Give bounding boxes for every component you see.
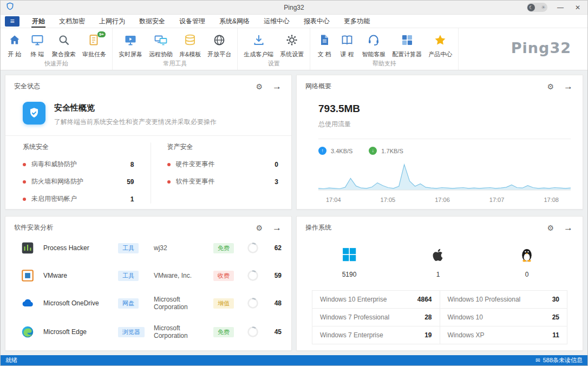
os-version-table: Windows 10 Enterprise 4864 Windows 10 Pr… (312, 290, 567, 344)
minimize-button[interactable]: — (556, 4, 565, 11)
gear-icon[interactable]: ⚙ (256, 83, 263, 90)
system-settings-icon (285, 33, 299, 47)
tabs: 开始 文档加密 上网行为 数据安全 设备管理 系统&网络 运维中心 报表中心 更… (25, 15, 377, 28)
ribbon-group-label: 帮助支持 (310, 58, 458, 70)
x-tick: 17:04 (326, 197, 341, 203)
gear-icon[interactable]: ⚙ (547, 224, 554, 232)
install-count: 48 (267, 299, 283, 307)
arrow-right-icon[interactable]: → (272, 223, 282, 232)
tab-doc-encryption[interactable]: 文档加密 (52, 15, 92, 28)
gear-icon[interactable]: ⚙ (256, 224, 263, 232)
card-title: 安全状态 (14, 82, 40, 91)
titlebar: Ping32 ☾ ☀ — ✕ (1, 1, 587, 15)
tab-ops-center[interactable]: 运维中心 (257, 15, 297, 28)
ribbon-item-start[interactable]: 开 始 (3, 31, 26, 58)
software-row[interactable]: VMware 工具 VMware, Inc. 收费 59 (14, 269, 283, 283)
gear-icon[interactable]: ⚙ (547, 83, 554, 90)
ribbon-item-open-platform[interactable]: 开放平台 (204, 31, 234, 58)
table-cell[interactable]: Windows XP 11 (440, 326, 567, 344)
ribbon-group-label: 设置 (238, 58, 310, 70)
software-vendor: Microsoft Corporation (154, 324, 213, 339)
close-button[interactable]: ✕ (573, 4, 582, 11)
ribbon-item-generate-client[interactable]: 生成客户端 (240, 31, 277, 58)
tab-device-management[interactable]: 设备管理 (172, 15, 212, 28)
item-value: 8 (130, 161, 134, 168)
tab-more-features[interactable]: 更多功能 (337, 15, 377, 28)
card-software-analysis: 软件安装分析 ⚙ → Process Hacker 工具 wj32 免 (5, 216, 292, 351)
ribbon-item-aggregate-search[interactable]: 聚合搜索 (49, 31, 79, 58)
file-menu-button[interactable]: ≡ (5, 16, 19, 27)
tab-start[interactable]: 开始 (25, 15, 52, 28)
ribbon-group-common-tools: 实时屏幕 远程协助 库&模板 (113, 28, 238, 70)
window-title: Ping32 (1, 4, 587, 11)
category-tag: 工具 (118, 243, 139, 253)
alert-dot-icon (23, 180, 26, 184)
network-traffic-chart[interactable] (318, 159, 571, 194)
approval-tasks-badge: 9+ (97, 31, 106, 37)
arrow-right-icon[interactable]: → (564, 223, 573, 232)
card-title: 软件安装分析 (14, 223, 53, 232)
security-item-firewall[interactable]: 防火墙和网络防护 59 (23, 177, 134, 186)
category-tag: 网盘 (118, 298, 139, 309)
arrow-right-icon[interactable]: → (564, 82, 573, 91)
ribbon-item-document[interactable]: 文 档 (313, 31, 336, 58)
ribbon-group-label: 快速开始 (1, 58, 112, 70)
unread-messages[interactable]: ✉ 588条未读信息 (535, 356, 583, 364)
search-icon (57, 33, 71, 47)
platform-count: 0 (525, 271, 529, 278)
alert-dot-icon (167, 180, 171, 184)
item-value: 1 (130, 195, 134, 203)
table-cell[interactable]: Windows 10 25 (440, 309, 567, 326)
upload-rate: ↑ 3.4KB/S (318, 147, 352, 155)
item-value: 3 (275, 178, 278, 186)
ribbon-item-config-calculator[interactable]: 配置计算器 (389, 31, 425, 58)
platform-apple: 1 (430, 246, 446, 278)
tab-report-center[interactable]: 报表中心 (297, 15, 337, 28)
software-vendor: VMware, Inc. (154, 272, 213, 279)
table-cell[interactable]: Windows 7 Enterprise 19 (312, 326, 440, 344)
install-gauge-icon (247, 297, 259, 309)
course-icon (340, 33, 354, 47)
library-template-icon (183, 33, 197, 47)
product-center-icon (433, 33, 447, 47)
ribbon-item-remote-assist[interactable]: 远程协助 (146, 31, 176, 58)
security-item-password[interactable]: 未启用密码帐户 1 (23, 194, 134, 204)
security-item-hardware-change[interactable]: 硬件变更事件 0 (167, 160, 279, 169)
table-cell[interactable]: Windows 10 Professional 30 (440, 291, 567, 308)
ribbon-item-terminal[interactable]: 终 端 (26, 31, 49, 58)
theme-toggle[interactable]: ☾ ☀ (527, 3, 547, 12)
software-name: VMware (43, 272, 118, 279)
ribbon-item-live-screen[interactable]: 实时屏幕 (115, 31, 146, 58)
arrow-right-icon[interactable]: → (272, 82, 282, 91)
security-item-software-change[interactable]: 软件变更事件 3 (167, 177, 279, 186)
software-row[interactable]: Process Hacker 工具 wj32 免费 62 (14, 241, 283, 255)
home-icon (8, 33, 22, 47)
tab-system-network[interactable]: 系统&网络 (212, 15, 257, 28)
software-row[interactable]: Microsoft OneDrive 网盘 Microsoft Corporat… (14, 296, 283, 311)
ribbon-item-approval-tasks[interactable]: 9+ 审批任务 (79, 31, 109, 58)
tab-internet-behavior[interactable]: 上网行为 (92, 15, 132, 28)
ribbon-item-library-template[interactable]: 库&模板 (176, 31, 204, 58)
table-cell[interactable]: Windows 10 Enterprise 4864 (312, 291, 440, 308)
security-item-virus[interactable]: 病毒和威胁防护 8 (23, 160, 134, 169)
ribbon-item-system-settings[interactable]: 系统设置 (277, 31, 307, 58)
table-cell[interactable]: Windows 7 Professional 28 (312, 309, 440, 326)
ribbon-group-quick-start: 开 始 终 端 聚合搜索 (1, 28, 113, 70)
ribbon-group-settings: 生成客户端 系统设置 设置 (238, 28, 310, 70)
ribbon-item-product-center[interactable]: 产品中心 (425, 31, 455, 58)
alert-dot-icon (23, 198, 26, 201)
open-platform-icon (212, 33, 226, 47)
ribbon-item-smart-service[interactable]: 智能客服 (358, 31, 389, 58)
alert-dot-icon (23, 163, 26, 166)
software-row[interactable]: Microsoft Edge 浏览器 Microsoft Corporation… (14, 324, 283, 339)
statusbar: 就绪 ✉ 588条未读信息 (1, 355, 587, 365)
unread-messages-label: 588条未读信息 (543, 356, 583, 364)
category-tag: 浏览器 (118, 327, 145, 337)
security-shield-icon (23, 102, 45, 125)
tab-data-security[interactable]: 数据安全 (132, 15, 172, 28)
ribbon-item-course[interactable]: 课 程 (336, 31, 358, 58)
main-content: 安全状态 ⚙ → 安全性概览 了解终端当前系统安全性和资产变更情况并采取必要操作 (1, 70, 587, 355)
ribbon: 开 始 终 端 聚合搜索 (1, 28, 587, 70)
x-tick: 17:07 (489, 197, 505, 203)
card-security-status: 安全状态 ⚙ → 安全性概览 了解终端当前系统安全性和资产变更情况并采取必要操作 (5, 75, 292, 210)
